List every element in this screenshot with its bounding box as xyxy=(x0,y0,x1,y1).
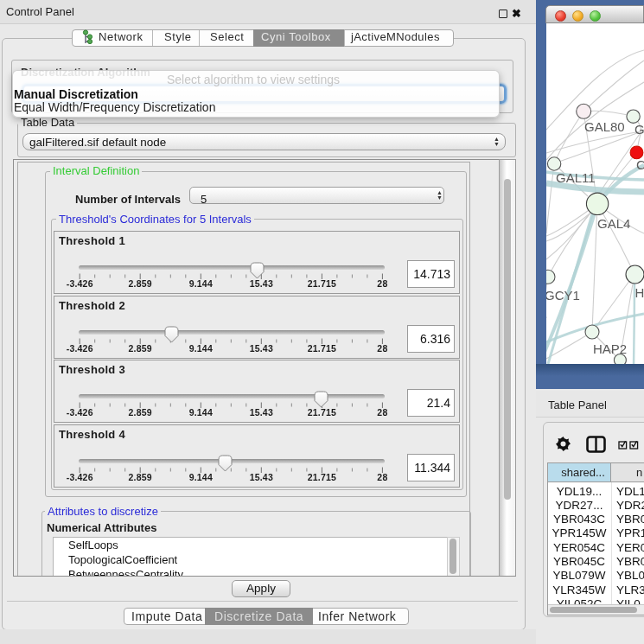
svg-text:GAL11: GAL11 xyxy=(556,170,596,185)
svg-text:HAP2: HAP2 xyxy=(593,341,627,356)
svg-text:G: G xyxy=(634,122,644,137)
svg-text:GAL4: GAL4 xyxy=(597,216,630,231)
svg-text:C: C xyxy=(636,157,644,172)
svg-text:GCY1: GCY1 xyxy=(546,288,580,303)
svg-text:H: H xyxy=(635,285,644,300)
svg-text:GAL80: GAL80 xyxy=(584,119,625,134)
